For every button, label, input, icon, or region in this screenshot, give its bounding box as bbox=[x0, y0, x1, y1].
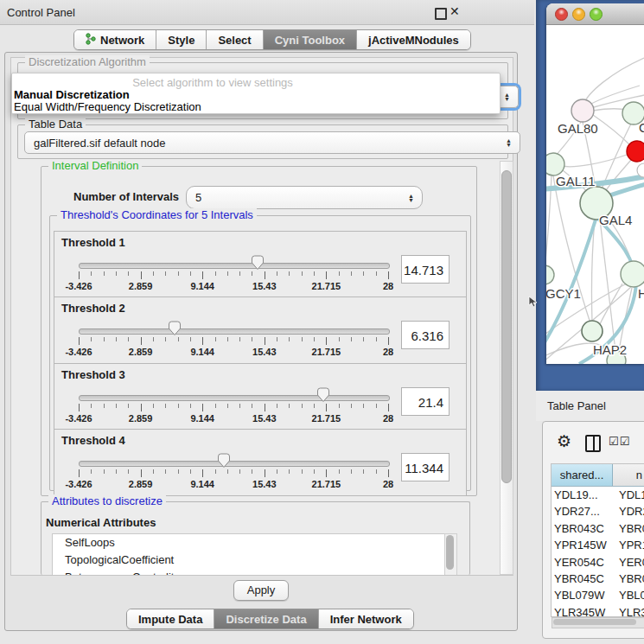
tick-label: 9.144 bbox=[190, 347, 214, 357]
table-row[interactable]: YER054CYER0 bbox=[552, 554, 644, 571]
threshold-row-1: Threshold 1 -3.426 2.859 9.144 15.43 21.… bbox=[54, 231, 467, 298]
tab-discretize-data[interactable]: Discretize Data bbox=[214, 609, 318, 628]
combo-arrows-icon: ▲▼ bbox=[506, 138, 512, 147]
tick-label: 28 bbox=[383, 413, 393, 424]
tab-select[interactable]: Select bbox=[207, 30, 263, 49]
threshold-2-slider-thumb[interactable] bbox=[168, 321, 182, 336]
checkboxes-icon[interactable]: ☑☑ bbox=[609, 435, 630, 448]
node-gcy1[interactable] bbox=[546, 265, 554, 284]
thresholds-group-label: Threshold's Coordinates for 5 Intervals bbox=[57, 208, 257, 221]
combo-arrows-icon: ▲▼ bbox=[504, 92, 510, 101]
bottom-tab-bar: Impute Data Discretize Data Infer Networ… bbox=[126, 609, 414, 629]
tick-label: 21.715 bbox=[312, 479, 341, 489]
dropdown-item-equal-width[interactable]: Equal Width/Frequency Discretization bbox=[14, 100, 201, 113]
zoom-traffic-light[interactable] bbox=[590, 8, 603, 21]
network-nodes bbox=[546, 99, 644, 364]
table-row[interactable]: YBR043CYBR0 bbox=[552, 520, 644, 537]
threshold-4-label: Threshold 4 bbox=[61, 434, 125, 447]
threshold-1-slider[interactable] bbox=[79, 263, 390, 269]
split-columns-icon[interactable] bbox=[585, 435, 601, 452]
threshold-3-slider-thumb[interactable] bbox=[316, 387, 330, 403]
network-window: GAL80 G GAL11 GAL4 GCY1 H HAP2 bbox=[546, 3, 644, 364]
tab-infer-network-label: Infer Network bbox=[330, 613, 402, 626]
node-edge-partial[interactable] bbox=[637, 163, 644, 177]
threshold-2-value-field[interactable]: 6.316 bbox=[401, 321, 450, 349]
algorithm-group-label: Discretization Algorithm bbox=[25, 55, 150, 68]
tick-label: -3.426 bbox=[65, 413, 92, 424]
node-label-partial-h: H bbox=[638, 286, 644, 301]
tab-cyni-toolbox-label: Cyni Toolbox bbox=[275, 34, 345, 47]
node-label-partial-g: G bbox=[639, 120, 644, 135]
tab-style[interactable]: Style bbox=[156, 30, 207, 49]
tick-label: 21.715 bbox=[312, 413, 341, 424]
table-row[interactable]: YDL19...YDL1 bbox=[552, 487, 644, 503]
num-intervals-value: 5 bbox=[195, 191, 201, 204]
close-icon[interactable]: ✕ bbox=[450, 4, 460, 18]
mouse-cursor bbox=[528, 296, 539, 308]
list-item[interactable]: TopologicalCoefficient bbox=[53, 552, 445, 569]
tick-label: 2.859 bbox=[129, 479, 153, 489]
threshold-1-value-field[interactable]: 14.713 bbox=[401, 255, 450, 284]
threshold-2-slider[interactable] bbox=[79, 328, 390, 335]
network-canvas[interactable]: GAL80 G GAL11 GAL4 GCY1 H HAP2 bbox=[546, 25, 644, 364]
table-horizontal-scrollbar[interactable] bbox=[552, 617, 644, 628]
threshold-3-label: Threshold 3 bbox=[61, 368, 125, 381]
threshold-3-slider[interactable] bbox=[79, 395, 390, 401]
column-header-name[interactable]: n bbox=[613, 464, 644, 486]
apply-button[interactable]: Apply bbox=[233, 580, 289, 601]
tick-label: 28 bbox=[383, 281, 393, 291]
divider bbox=[11, 575, 512, 576]
attributes-list-scrollbar[interactable] bbox=[444, 533, 457, 576]
tick-label: -3.426 bbox=[65, 281, 92, 291]
numerical-attributes-label: Numerical Attributes bbox=[46, 516, 156, 529]
list-item[interactable]: SelfLoops bbox=[53, 534, 445, 552]
network-window-titlebar bbox=[546, 3, 644, 25]
table-row[interactable]: YPR145WYPR1 bbox=[552, 537, 644, 553]
tick-label: -3.426 bbox=[65, 479, 92, 489]
node-gal80[interactable] bbox=[571, 99, 594, 122]
float-window-icon[interactable] bbox=[435, 8, 447, 20]
threshold-4-slider-thumb[interactable] bbox=[217, 453, 231, 469]
attributes-list[interactable]: SelfLoops TopologicalCoefficient Between… bbox=[52, 533, 446, 576]
tick-label: 2.859 bbox=[129, 413, 153, 424]
tab-network[interactable]: Network bbox=[74, 30, 156, 49]
num-intervals-label: Number of Intervals bbox=[73, 190, 179, 203]
threshold-2-label: Threshold 2 bbox=[61, 302, 125, 315]
tab-impute-data[interactable]: Impute Data bbox=[127, 609, 214, 628]
column-header-shared-name[interactable]: shared... bbox=[552, 464, 613, 486]
threshold-1-slider-thumb[interactable] bbox=[251, 255, 265, 271]
node-label-gcy1: GCY1 bbox=[546, 286, 581, 301]
table-row[interactable]: YBR045CYBR0 bbox=[552, 571, 644, 587]
gear-icon[interactable]: ⚙ bbox=[557, 431, 571, 451]
threshold-row-2: Threshold 2 -3.426 2.859 9.144 15.43 21.… bbox=[54, 296, 467, 364]
threshold-4-slider[interactable] bbox=[79, 461, 390, 467]
table-row[interactable]: YDR27...YDR2 bbox=[552, 503, 644, 520]
threshold-3-value-field[interactable]: 21.4 bbox=[401, 387, 450, 416]
tab-impute-data-label: Impute Data bbox=[138, 613, 202, 626]
tab-jactivemnodules[interactable]: jActiveMNodules bbox=[357, 30, 470, 49]
node-label-gal4: GAL4 bbox=[599, 213, 632, 227]
node-label-gal11: GAL11 bbox=[556, 174, 596, 188]
node-right[interactable] bbox=[621, 261, 644, 287]
threshold-row-3: Threshold 3 -3.426 2.859 9.144 15.43 21.… bbox=[54, 363, 467, 430]
num-intervals-combobox[interactable]: 5 ▲▼ bbox=[186, 186, 423, 209]
node-label-hap2: HAP2 bbox=[593, 342, 627, 357]
tab-infer-network[interactable]: Infer Network bbox=[319, 609, 413, 628]
node-gal11[interactable] bbox=[546, 153, 564, 175]
node-hap2[interactable] bbox=[582, 321, 603, 341]
tick-label: -3.426 bbox=[65, 347, 92, 357]
tab-cyni-toolbox[interactable]: Cyni Toolbox bbox=[264, 30, 357, 49]
panel-vertical-scrollbar[interactable] bbox=[500, 161, 513, 575]
tick-label: 9.144 bbox=[190, 479, 214, 489]
dropdown-item-manual[interactable]: Manual Discretization bbox=[14, 88, 130, 101]
tab-network-label: Network bbox=[100, 34, 144, 47]
node-selected-red[interactable] bbox=[627, 141, 644, 162]
threshold-4-value-field[interactable]: 11.344 bbox=[401, 453, 450, 481]
close-traffic-light[interactable] bbox=[555, 8, 568, 21]
node-label-gal80: GAL80 bbox=[558, 121, 598, 136]
minimize-traffic-light[interactable] bbox=[572, 8, 585, 21]
table-row[interactable]: YBL079WYBL0 bbox=[552, 587, 644, 603]
table-data-combobox[interactable]: galFiltered.sif default node ▲▼ bbox=[24, 131, 520, 154]
tick-label: 21.715 bbox=[312, 281, 341, 291]
table-row[interactable]: YLR345WYLR3 bbox=[552, 604, 644, 617]
